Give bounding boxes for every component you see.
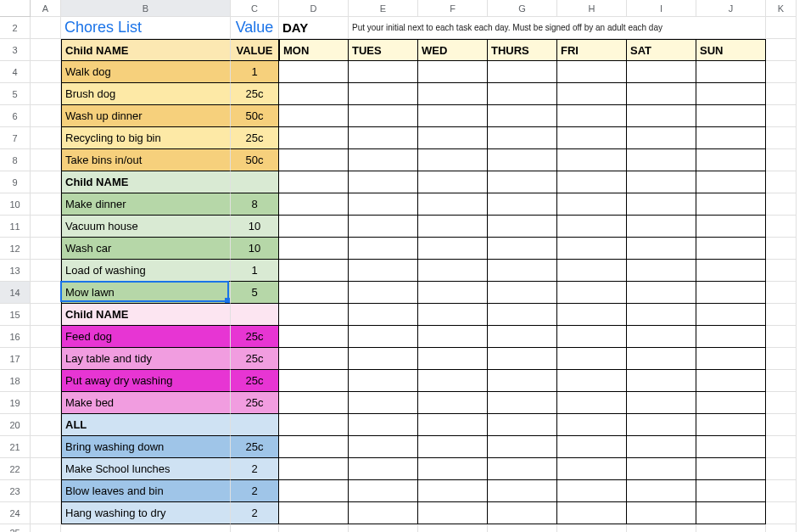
day-cell[interactable] — [349, 149, 418, 171]
day-cell[interactable] — [557, 83, 627, 105]
task-cell[interactable]: Feed dog — [61, 326, 231, 348]
row-header-20[interactable]: 20 — [0, 414, 31, 436]
task-cell[interactable]: Make School lunches — [61, 458, 231, 480]
day-cell[interactable] — [279, 480, 349, 502]
cell-K20[interactable] — [766, 414, 797, 436]
row-header-9[interactable]: 9 — [0, 171, 31, 193]
day-cell[interactable] — [557, 458, 627, 480]
day-header-sat[interactable]: SAT — [627, 39, 696, 61]
corner-cell[interactable] — [0, 0, 31, 17]
day-cell[interactable] — [488, 61, 557, 83]
day-cell[interactable] — [349, 502, 418, 524]
day-cell[interactable] — [627, 127, 696, 149]
day-cell[interactable] — [557, 260, 627, 282]
cell-A2[interactable] — [31, 17, 61, 39]
day-cell[interactable] — [279, 61, 349, 83]
cell-A3[interactable] — [31, 39, 61, 61]
day-cell[interactable] — [418, 502, 488, 524]
day-cell[interactable] — [696, 216, 766, 238]
day-header-fri[interactable]: FRI — [557, 39, 627, 61]
col-header-B[interactable]: B — [61, 0, 231, 17]
day-cell[interactable] — [349, 436, 418, 458]
value-cell[interactable]: 2 — [231, 458, 279, 480]
day-header-sun[interactable]: SUN — [696, 39, 766, 61]
value-cell[interactable]: 25c — [231, 370, 279, 392]
cell-K5[interactable] — [766, 83, 797, 105]
task-cell[interactable]: Lay table and tidy — [61, 348, 231, 370]
day-cell[interactable] — [488, 171, 557, 193]
child-name-header-3[interactable]: Child NAME — [61, 304, 231, 326]
day-cell[interactable] — [696, 83, 766, 105]
day-cell[interactable] — [557, 193, 627, 216]
day-cell[interactable] — [488, 304, 557, 326]
all-header[interactable]: ALL — [61, 414, 231, 436]
day-cell[interactable] — [557, 149, 627, 171]
day-cell[interactable] — [349, 348, 418, 370]
task-cell[interactable]: Vacuum house — [61, 216, 231, 238]
day-cell[interactable] — [627, 414, 696, 436]
day-cell[interactable] — [418, 392, 488, 414]
day-cell[interactable] — [279, 326, 349, 348]
day-cell[interactable] — [418, 480, 488, 502]
value-cell[interactable]: 25c — [231, 127, 279, 149]
row-header-4[interactable]: 4 — [0, 61, 31, 83]
value-cell[interactable]: 1 — [231, 260, 279, 282]
day-cell[interactable] — [418, 149, 488, 171]
day-cell[interactable] — [349, 326, 418, 348]
day-cell[interactable] — [696, 282, 766, 304]
value-cell[interactable]: 25c — [231, 392, 279, 414]
row-header-2[interactable]: 2 — [0, 17, 31, 39]
day-cell[interactable] — [349, 458, 418, 480]
cell-A14[interactable] — [31, 282, 61, 304]
day-cell[interactable] — [488, 238, 557, 260]
day-title[interactable]: DAY — [279, 17, 349, 39]
cell-A11[interactable] — [31, 216, 61, 238]
day-cell[interactable] — [418, 304, 488, 326]
day-cell[interactable] — [627, 238, 696, 260]
row-header-10[interactable]: 10 — [0, 193, 31, 216]
cell-K7[interactable] — [766, 127, 797, 149]
task-cell[interactable]: Recycling to big bin — [61, 127, 231, 149]
value-cell[interactable]: 25c — [231, 326, 279, 348]
row-header-8[interactable]: 8 — [0, 149, 31, 171]
value-cell[interactable]: 25c — [231, 436, 279, 458]
task-cell[interactable]: Make dinner — [61, 193, 231, 216]
day-cell[interactable] — [557, 414, 627, 436]
row-header-25[interactable]: 25 — [0, 524, 31, 532]
task-cell[interactable]: Blow leaves and bin — [61, 480, 231, 502]
cell-D25[interactable] — [279, 524, 349, 532]
day-cell[interactable] — [488, 414, 557, 436]
day-cell[interactable] — [349, 61, 418, 83]
day-cell[interactable] — [349, 480, 418, 502]
cell-K18[interactable] — [766, 370, 797, 392]
cell-C25[interactable] — [231, 524, 279, 532]
cell-A22[interactable] — [31, 458, 61, 480]
day-cell[interactable] — [279, 282, 349, 304]
day-cell[interactable] — [349, 171, 418, 193]
row-header-6[interactable]: 6 — [0, 105, 31, 127]
day-cell[interactable] — [488, 127, 557, 149]
cell-K15[interactable] — [766, 304, 797, 326]
day-cell[interactable] — [349, 83, 418, 105]
day-cell[interactable] — [349, 105, 418, 127]
cell-A16[interactable] — [31, 326, 61, 348]
day-cell[interactable] — [279, 149, 349, 171]
day-cell[interactable] — [557, 304, 627, 326]
cell-K16[interactable] — [766, 326, 797, 348]
day-cell[interactable] — [349, 392, 418, 414]
day-cell[interactable] — [696, 127, 766, 149]
task-cell[interactable]: Hang washing to dry — [61, 502, 231, 524]
day-cell[interactable] — [627, 260, 696, 282]
row-header-24[interactable]: 24 — [0, 502, 31, 524]
page-title[interactable]: Chores List — [61, 17, 231, 39]
cell-K6[interactable] — [766, 105, 797, 127]
day-cell[interactable] — [279, 127, 349, 149]
day-cell[interactable] — [696, 304, 766, 326]
col-header-H[interactable]: H — [557, 0, 627, 17]
task-cell[interactable]: Walk dog — [61, 61, 231, 83]
day-cell[interactable] — [627, 348, 696, 370]
day-cell[interactable] — [557, 216, 627, 238]
cell-A23[interactable] — [31, 480, 61, 502]
value-cell[interactable]: 2 — [231, 480, 279, 502]
day-cell[interactable] — [627, 502, 696, 524]
